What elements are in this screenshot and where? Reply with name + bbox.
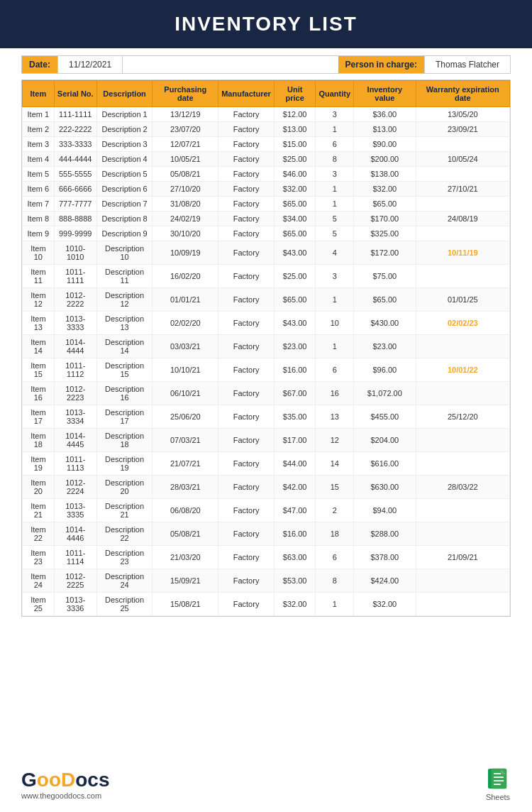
table-cell: Item 9 xyxy=(23,226,55,241)
table-row: Item 8888-8888Description 824/02/19Facto… xyxy=(23,212,510,226)
table-cell: 18 xyxy=(316,522,354,546)
table-header-row: Item Serial No. Description Purchasing d… xyxy=(23,81,510,107)
table-cell: Description 1 xyxy=(96,107,153,122)
table-cell: Item 10 xyxy=(23,241,55,265)
table-cell: $32.00 xyxy=(354,593,416,616)
table-row: Item 161012-2223Description 1606/10/21Fa… xyxy=(23,382,510,405)
table-cell: $630.00 xyxy=(354,476,416,499)
col-serial: Serial No. xyxy=(54,81,96,107)
table-cell: Description 24 xyxy=(96,569,153,593)
table-cell: Factory xyxy=(218,226,275,241)
table-cell: Description 20 xyxy=(96,476,153,499)
table-cell: $67.00 xyxy=(274,382,316,405)
table-cell: 1010-1010 xyxy=(54,241,96,265)
table-cell: 444-4444 xyxy=(54,152,96,167)
table-cell: $13.00 xyxy=(354,122,416,137)
table-cell: Item 23 xyxy=(23,546,55,569)
table-cell: $25.00 xyxy=(274,265,316,288)
footer: GooDocs www.thegooddocs.com Sheets xyxy=(0,753,532,812)
table-cell: $15.00 xyxy=(274,137,316,152)
table-cell xyxy=(416,522,509,546)
table-cell: 10/10/21 xyxy=(153,358,218,382)
table-cell: $16.00 xyxy=(274,522,316,546)
col-date: Purchasing date xyxy=(153,81,218,107)
logo: GooDocs xyxy=(21,769,109,791)
table-cell: 3 xyxy=(316,107,354,122)
table-cell: Description 23 xyxy=(96,546,153,569)
table-cell: Description 11 xyxy=(96,265,153,288)
table-cell: 1011-1111 xyxy=(54,265,96,288)
table-cell: $430.00 xyxy=(354,312,416,335)
page: INVENTORY LIST Date: 11/12/2021 Person i… xyxy=(0,0,532,812)
table-cell: Item 13 xyxy=(23,312,55,335)
table-row: Item 201012-2224Description 2028/03/21Fa… xyxy=(23,476,510,499)
svg-rect-1 xyxy=(491,769,506,789)
table-cell: Item 14 xyxy=(23,335,55,358)
table-cell: Factory xyxy=(218,137,275,152)
table-cell: $200.00 xyxy=(354,152,416,167)
table-cell xyxy=(416,226,509,241)
table-cell: $455.00 xyxy=(354,405,416,429)
table-cell: Factory xyxy=(218,152,275,167)
table-cell xyxy=(416,429,509,452)
table-cell: $1,072.00 xyxy=(354,382,416,405)
table-cell: 1011-1112 xyxy=(54,358,96,382)
table-cell: 1 xyxy=(316,593,354,616)
table-cell: 30/10/20 xyxy=(153,226,218,241)
sheets-icon xyxy=(485,767,511,793)
table-cell: Item 15 xyxy=(23,358,55,382)
person-label: Person in charge: xyxy=(338,56,424,73)
table-cell: Description 2 xyxy=(96,122,153,137)
table-cell: Item 6 xyxy=(23,182,55,197)
table-cell: Description 12 xyxy=(96,288,153,312)
table-cell: 6 xyxy=(316,546,354,569)
table-cell xyxy=(416,167,509,182)
table-cell: 1 xyxy=(316,182,354,197)
svg-rect-4 xyxy=(494,777,504,778)
table-cell: Description 16 xyxy=(96,382,153,405)
table-cell: $32.00 xyxy=(274,593,316,616)
table-cell: $25.00 xyxy=(274,152,316,167)
table-cell: Item 25 xyxy=(23,593,55,616)
table-cell: Item 20 xyxy=(23,476,55,499)
table-cell: 13 xyxy=(316,405,354,429)
table-cell: 28/03/22 xyxy=(416,476,509,499)
table-row: Item 151011-1112Description 1510/10/21Fa… xyxy=(23,358,510,382)
sheets-label: Sheets xyxy=(486,793,510,801)
table-cell: Description 25 xyxy=(96,593,153,616)
table-cell: 8 xyxy=(316,152,354,167)
table-cell: $65.00 xyxy=(274,288,316,312)
table-cell: $138.00 xyxy=(354,167,416,182)
table-cell: 3 xyxy=(316,167,354,182)
table-cell xyxy=(416,335,509,358)
table-cell: Description 18 xyxy=(96,429,153,452)
table-cell: Description 21 xyxy=(96,499,153,522)
table-cell: $325.00 xyxy=(354,226,416,241)
table-cell: Factory xyxy=(218,288,275,312)
col-inv: Inventory value xyxy=(354,81,416,107)
table-cell: 1 xyxy=(316,335,354,358)
table-cell: 6 xyxy=(316,358,354,382)
table-cell: 6 xyxy=(316,137,354,152)
header: INVENTORY LIST xyxy=(0,0,532,48)
table-cell: 1 xyxy=(316,122,354,137)
table-cell: $65.00 xyxy=(354,197,416,212)
col-mfr: Manufacturer xyxy=(218,81,275,107)
table-cell: 21/09/21 xyxy=(416,546,509,569)
table-cell: 5 xyxy=(316,212,354,226)
table-row: Item 171013-3334Description 1725/06/20Fa… xyxy=(23,405,510,429)
table-cell: 555-5555 xyxy=(54,167,96,182)
table-cell: Factory xyxy=(218,546,275,569)
table-cell: 05/08/21 xyxy=(153,167,218,182)
table-cell: 27/10/20 xyxy=(153,182,218,197)
table-cell: $12.00 xyxy=(274,107,316,122)
table-cell: Description 4 xyxy=(96,152,153,167)
table-cell: 23/09/21 xyxy=(416,122,509,137)
table-cell: 28/03/21 xyxy=(153,476,218,499)
table-cell: Factory xyxy=(218,593,275,616)
table-cell: 1014-4446 xyxy=(54,522,96,546)
table-cell: $65.00 xyxy=(354,288,416,312)
table-cell: 10 xyxy=(316,312,354,335)
table-cell: Factory xyxy=(218,405,275,429)
svg-rect-5 xyxy=(494,780,504,781)
